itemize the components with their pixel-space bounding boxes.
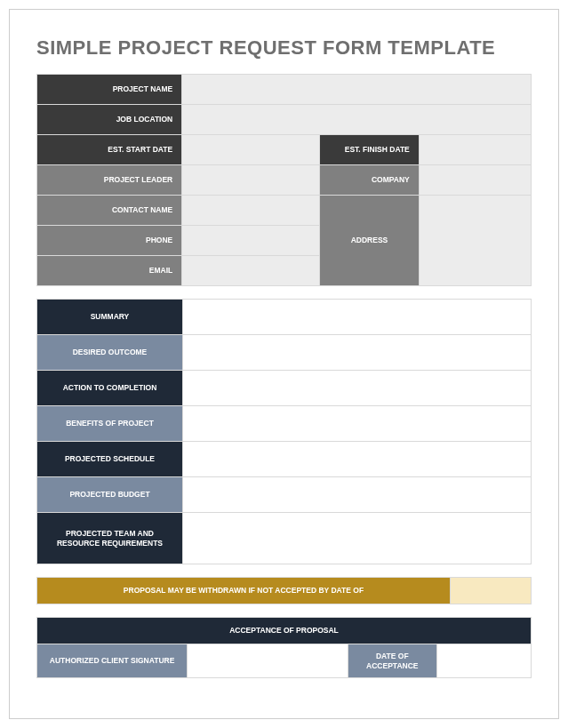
withdraw-table: PROPOSAL MAY BE WITHDRAWN IF NOT ACCEPTE… — [36, 577, 532, 604]
project-info-table: PROJECT NAME JOB LOCATION EST. START DAT… — [36, 74, 532, 286]
input-benefits[interactable] — [183, 406, 532, 442]
input-project-leader[interactable] — [182, 165, 320, 196]
input-team-resource[interactable] — [183, 513, 532, 564]
label-address: ADDRESS — [320, 196, 420, 286]
project-detail-table: SUMMARY DESIRED OUTCOME ACTION TO COMPLE… — [36, 299, 532, 564]
input-job-location[interactable] — [182, 105, 532, 135]
label-benefits: BENEFITS OF PROJECT — [37, 406, 183, 442]
label-withdraw-notice: PROPOSAL MAY BE WITHDRAWN IF NOT ACCEPTE… — [37, 578, 451, 604]
label-summary: SUMMARY — [37, 300, 183, 335]
label-signature: AUTHORIZED CLIENT SIGNATURE — [37, 644, 188, 678]
input-date-acceptance[interactable] — [436, 644, 531, 678]
label-contact-name: CONTACT NAME — [37, 196, 182, 226]
input-est-start-date[interactable] — [182, 135, 320, 165]
form-title: SIMPLE PROJECT REQUEST FORM TEMPLATE — [36, 36, 532, 60]
label-action-completion: ACTION TO COMPLETION — [37, 371, 183, 406]
label-project-name: PROJECT NAME — [37, 75, 182, 105]
input-email[interactable] — [182, 256, 320, 286]
input-projected-budget[interactable] — [183, 477, 532, 513]
label-email: EMAIL — [37, 256, 182, 286]
input-desired-outcome[interactable] — [183, 335, 532, 371]
label-project-leader: PROJECT LEADER — [37, 165, 182, 196]
input-project-name[interactable] — [182, 75, 532, 105]
label-est-finish-date: EST. FINISH DATE — [320, 135, 420, 165]
acceptance-table: ACCEPTANCE OF PROPOSAL AUTHORIZED CLIENT… — [36, 617, 532, 678]
page: SIMPLE PROJECT REQUEST FORM TEMPLATE PRO… — [9, 9, 559, 719]
label-company: COMPANY — [320, 165, 420, 196]
input-signature[interactable] — [188, 644, 348, 678]
input-withdraw-date[interactable] — [451, 578, 532, 604]
label-desired-outcome: DESIRED OUTCOME — [37, 335, 183, 371]
label-projected-budget: PROJECTED BUDGET — [37, 477, 183, 513]
input-summary[interactable] — [183, 300, 532, 335]
input-company[interactable] — [419, 165, 531, 196]
input-address[interactable] — [419, 196, 531, 286]
label-date-acceptance: DATE OF ACCEPTANCE — [348, 644, 436, 678]
input-contact-name[interactable] — [182, 196, 320, 226]
input-phone[interactable] — [182, 226, 320, 256]
label-phone: PHONE — [37, 226, 182, 256]
label-projected-schedule: PROJECTED SCHEDULE — [37, 442, 183, 477]
label-est-start-date: EST. START DATE — [37, 135, 182, 165]
input-action-completion[interactable] — [183, 371, 532, 406]
label-job-location: JOB LOCATION — [37, 105, 182, 135]
input-projected-schedule[interactable] — [183, 442, 532, 477]
label-team-resource: PROJECTED TEAM AND RESOURCE REQUIREMENTS — [37, 513, 183, 564]
input-est-finish-date[interactable] — [419, 135, 531, 165]
label-acceptance-header: ACCEPTANCE OF PROPOSAL — [37, 618, 532, 644]
